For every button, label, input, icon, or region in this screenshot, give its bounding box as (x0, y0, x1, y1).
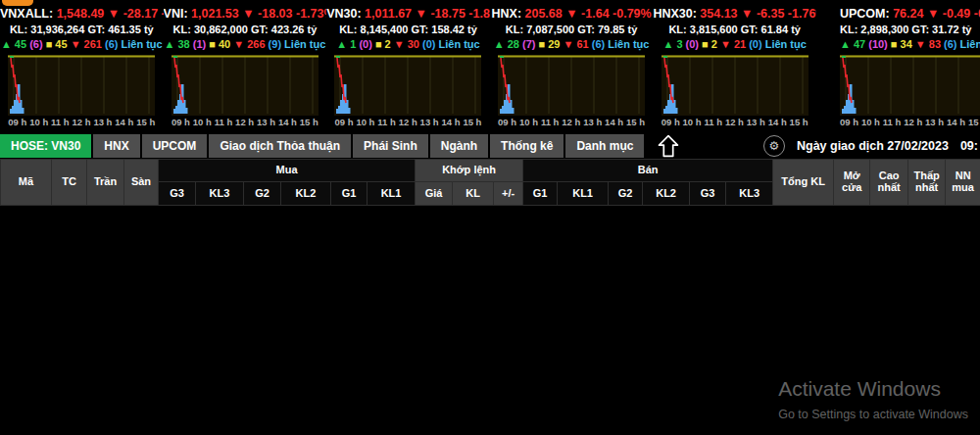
index-volume-line: KL: 2,898,300 GT: 31.72 tỷ (840, 24, 980, 35)
group-header-sell: Bán (523, 160, 773, 182)
time-tick-label: 09 h (662, 117, 680, 127)
index-panel-upcom: UPCOM: 76.24 ▼ -0.49 -0.KL: 2,898,300 GT… (816, 0, 980, 133)
col-header-gia: Giá (416, 182, 453, 206)
col-header-chg: +/- (494, 182, 523, 206)
index-value: 354.13 (700, 7, 741, 21)
advancers-count: ▲ 3 (662, 38, 685, 50)
index-change: -28.17 -1.79% (123, 7, 164, 21)
time-tick-label: 14 h (115, 117, 133, 127)
col-header-g1: G1 (331, 182, 368, 206)
unchanged-count: ■ 2 (375, 38, 394, 50)
col-header-kl3: KL3 (196, 182, 244, 206)
tab-upcom[interactable]: UPCOM (142, 134, 208, 158)
col-header-kl2: KL2 (281, 182, 331, 206)
tabbar-right: ⚙ Ngày giao dịch 27/02/2023 09: (763, 135, 980, 157)
tab-giao-d-ch-th-a-thu-n[interactable]: Giao dịch Thỏa thuận (209, 134, 351, 158)
floor-count: (9) (269, 38, 285, 50)
ceiling-count: (10) (868, 38, 891, 50)
decliners-count: ▼ 266 (233, 38, 268, 50)
col-header-sell-g2: G2 (609, 182, 643, 206)
trading-time: 09: (960, 139, 978, 153)
time-tick-label: 11 h (883, 117, 902, 127)
unchanged-count: ■ 45 (46, 38, 71, 50)
market-breadth-line: ▲ 47 (10) ■ 34 ▼ 83 (6) Liên tục (840, 38, 980, 50)
session-status: Liên tục (960, 38, 980, 50)
time-tick-label: 15 h (300, 117, 318, 127)
time-tick-label: 15 h (790, 117, 808, 127)
time-tick-label: 10 h (193, 117, 212, 127)
time-tick-label: 09 h (334, 117, 353, 127)
index-volume-line: KL: 30,862,000 GT: 423.26 tỷ (164, 24, 327, 35)
intraday-chart (498, 55, 645, 116)
col-header-g2: G2 (244, 182, 281, 206)
decliners-count: ▼ 61 (563, 38, 591, 50)
col-header-g3: G3 (159, 182, 196, 206)
time-tick-label: 12 h (235, 117, 254, 127)
index-quote-line: VN30: 1,011.67 ▼ -18.75 -1.82% (326, 7, 490, 21)
col-header-tc: TC (52, 160, 87, 206)
index-quote-line: HNX: 205.68 ▼ -1.64 -0.79% (490, 7, 654, 21)
advancers-count: ▲ 45 (1, 38, 29, 50)
time-tick-label: 13 h (747, 117, 765, 127)
tab-ng-nh[interactable]: Ngành (430, 134, 488, 158)
tab-danh-m-c[interactable]: Danh mục (565, 134, 644, 158)
index-name: VNXALL: (0, 7, 57, 21)
chart-time-axis: 09 h10 h11 h12 h13 h14 h15 h (662, 117, 808, 127)
chart-time-axis: 09 h10 h11 h12 h13 h14 h15 h (172, 117, 318, 127)
index-panel-hnx: HNX: 205.68 ▼ -1.64 -0.79%KL: 7,087,500 … (490, 0, 654, 133)
col-header-kl: KL (453, 182, 494, 206)
time-tick-label: 12 h (399, 117, 417, 127)
unchanged-count: ■ 40 (209, 38, 233, 50)
index-panel-vn30: VN30: 1,011.67 ▼ -18.75 -1.82%KL: 8,145,… (326, 0, 490, 133)
index-name: VN30: (326, 7, 365, 21)
time-tick-label: 12 h (725, 117, 744, 127)
advancers-count: ▲ 28 (494, 38, 522, 50)
intraday-chart (172, 55, 318, 116)
index-value: 1,548.49 (57, 7, 108, 21)
time-tick-label: 09 h (8, 117, 26, 127)
session-status: Liên tục (122, 38, 163, 50)
decliners-count: ▼ 30 (394, 38, 422, 50)
chart-time-axis: 09 h10 h11 h12 h13 h14 h15 h (498, 117, 645, 127)
market-breadth-line: ▲ 3 (0) ■ 2 ▼ 21 (0) Liên tục (653, 38, 816, 50)
index-value: 205.68 (525, 7, 566, 21)
index-name: UPCOM: (840, 7, 893, 21)
intraday-chart (840, 55, 980, 116)
group-header-buy: Mua (159, 160, 416, 182)
advancers-count: ▲ 47 (840, 38, 868, 50)
time-tick-label: 13 h (925, 117, 944, 127)
tab-hnx[interactable]: HNX (93, 134, 139, 158)
time-tick-label: 15 h (136, 117, 155, 127)
down-arrow-icon: ▼ (108, 7, 123, 21)
settings-gear-icon[interactable]: ⚙ (763, 135, 785, 157)
time-tick-label: 10 h (519, 117, 538, 127)
index-strip: VNXALL: 1,548.49 ▼ -28.17 -1.79%KL: 31,9… (0, 0, 980, 133)
index-quote-line: VNXALL: 1,548.49 ▼ -28.17 -1.79% (0, 7, 164, 21)
col-header-sell-g3: G3 (690, 182, 726, 206)
col-header-high: Cao nhất (870, 160, 908, 206)
watermark-line2: Go to Settings to activate Windows (778, 408, 968, 421)
tab-th-ng-k-[interactable]: Thống kê (490, 134, 564, 158)
tab-bar: HOSE: VN30HNXUPCOMGiao dịch Thỏa thuậnPh… (0, 133, 980, 159)
index-quote-line: UPCOM: 76.24 ▼ -0.49 -0. (840, 7, 980, 21)
time-tick-label: 15 h (626, 117, 645, 127)
index-value: 1,021.53 (191, 7, 242, 21)
index-name: HNX30: (653, 7, 700, 21)
market-breadth-line: ▲ 45 (6) ■ 45 ▼ 261 (6) Liên tục (0, 38, 164, 50)
tabs: HOSE: VN30HNXUPCOMGiao dịch Thỏa thuậnPh… (0, 134, 681, 158)
floor-count: (0) (422, 38, 439, 50)
tab-hose-vn30[interactable]: HOSE: VN30 (0, 134, 91, 158)
market-breadth-line: ▲ 28 (7) ■ 29 ▼ 61 (6) Liên tục (490, 38, 654, 50)
chart-time-axis: 09 h10 h11 h12 h13 h14 h15 h (334, 117, 481, 127)
col-header-sell-kl3: KL3 (726, 182, 773, 206)
collapse-up-arrow-icon[interactable] (656, 134, 681, 158)
col-header-sell-kl1: KL1 (558, 182, 609, 206)
index-quote-line: HNX30: 354.13 ▼ -6.35 -1.76% (653, 7, 816, 21)
tab-ph-i-sinh[interactable]: Phái Sinh (353, 134, 428, 158)
time-tick-label: 11 h (215, 117, 233, 127)
col-header-ma: Mã (1, 160, 52, 206)
index-name: HNX: (491, 7, 524, 21)
col-header-sell-g1: G1 (523, 182, 558, 206)
trading-board-screen: VNXALL: 1,548.49 ▼ -28.17 -1.79%KL: 31,9… (0, 0, 980, 435)
index-volume-line: KL: 3,815,600 GT: 61.84 tỷ (653, 24, 816, 35)
